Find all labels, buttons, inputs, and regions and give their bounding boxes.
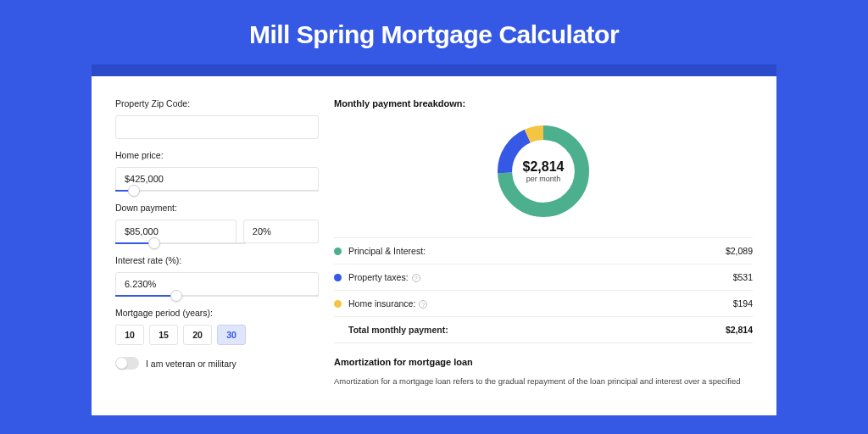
legend: Principal & Interest: $2,089 Property ta…: [334, 237, 753, 343]
total-value: $2,814: [726, 325, 753, 335]
legend-value: $194: [733, 298, 753, 309]
legend-label: Principal & Interest:: [348, 246, 726, 256]
info-icon[interactable]: ?: [412, 274, 420, 282]
legend-row-total: Total monthly payment: $2,814: [334, 317, 753, 343]
period-group: 10 15 20 30: [115, 325, 319, 345]
period-label: Mortgage period (years):: [115, 308, 319, 318]
total-label: Total monthly payment:: [348, 325, 726, 335]
breakdown-title: Monthly payment breakdown:: [334, 98, 753, 108]
period-30[interactable]: 30: [217, 325, 246, 345]
amortization-section: Amortization for mortgage loan Amortizat…: [334, 357, 753, 387]
legend-label: Home insurance:?: [348, 298, 733, 309]
veteran-label: I am veteran or military: [146, 359, 236, 369]
veteran-toggle[interactable]: [115, 357, 139, 370]
dot-icon: [334, 248, 342, 255]
info-icon[interactable]: ?: [419, 300, 427, 309]
hero: Mill Spring Mortgage Calculator: [0, 0, 868, 64]
dot-icon: [334, 274, 342, 281]
down-payment-slider[interactable]: [115, 242, 246, 244]
interest-label: Interest rate (%):: [115, 255, 319, 265]
period-20[interactable]: 20: [183, 325, 212, 345]
down-payment-pct-input[interactable]: [243, 220, 319, 243]
breakdown-column: Monthly payment breakdown: $2,814 per mo…: [334, 98, 753, 415]
slider-thumb[interactable]: [128, 185, 140, 197]
home-price-slider[interactable]: [115, 190, 319, 192]
slider-thumb[interactable]: [148, 237, 160, 249]
inputs-column: Property Zip Code: Home price: Down paym…: [115, 98, 319, 415]
down-payment-label: Down payment:: [115, 203, 319, 213]
zip-label: Property Zip Code:: [115, 98, 319, 108]
veteran-row: I am veteran or military: [115, 357, 319, 370]
down-payment-input[interactable]: [115, 220, 236, 243]
slider-thumb[interactable]: [170, 290, 182, 302]
donut-chart: $2,814 per month: [334, 120, 753, 222]
amortization-title: Amortization for mortgage loan: [334, 357, 753, 367]
period-10[interactable]: 10: [115, 325, 144, 345]
field-interest: Interest rate (%):: [115, 255, 319, 297]
page-title: Mill Spring Mortgage Calculator: [0, 20, 868, 49]
legend-value: $2,089: [726, 246, 753, 256]
amortization-text: Amortization for a mortgage loan refers …: [334, 376, 753, 387]
legend-row-insurance: Home insurance:? $194: [334, 291, 753, 317]
field-period: Mortgage period (years): 10 15 20 30: [115, 308, 319, 345]
legend-value: $531: [733, 272, 753, 282]
field-down-payment: Down payment:: [115, 203, 319, 244]
interest-slider[interactable]: [115, 295, 319, 297]
field-home-price: Home price:: [115, 150, 319, 192]
field-zip: Property Zip Code:: [115, 98, 319, 139]
home-price-label: Home price:: [115, 150, 319, 160]
zip-input[interactable]: [115, 115, 319, 139]
home-price-input[interactable]: [115, 167, 319, 191]
donut-sub: per month: [523, 175, 565, 183]
legend-row-taxes: Property taxes:? $531: [334, 264, 753, 291]
accent-bar: [92, 64, 776, 76]
interest-input[interactable]: [115, 272, 319, 296]
dot-icon: [334, 300, 342, 308]
period-15[interactable]: 15: [149, 325, 178, 345]
legend-label: Property taxes:?: [348, 272, 733, 282]
legend-row-principal: Principal & Interest: $2,089: [334, 238, 753, 264]
donut-amount: $2,814: [523, 159, 565, 175]
calculator-panel: Property Zip Code: Home price: Down paym…: [92, 76, 776, 415]
donut-center: $2,814 per month: [523, 159, 565, 183]
